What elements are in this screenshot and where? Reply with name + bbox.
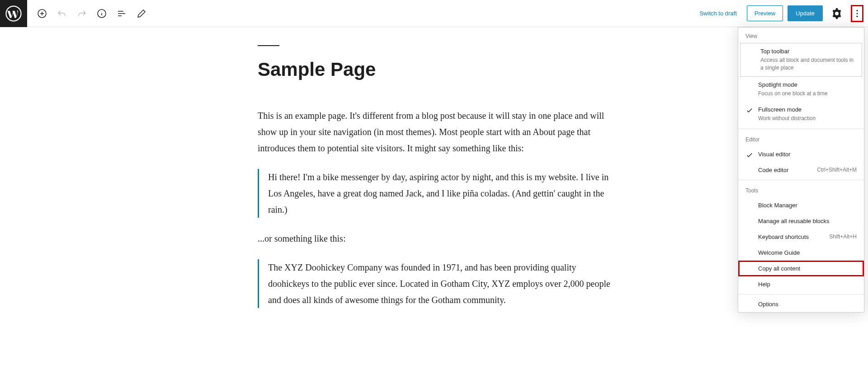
- toolbar-left-group: [27, 4, 151, 23]
- menu-item-shortcut: Ctrl+Shift+Alt+M: [817, 167, 857, 173]
- menu-item-options[interactable]: Options: [738, 296, 864, 312]
- menu-group-view: View: [738, 28, 864, 43]
- options-dropdown-menu: View Top toolbar Access all block and do…: [738, 27, 864, 313]
- menu-item-copy-all-content[interactable]: Copy all content: [738, 261, 864, 276]
- toolbar-right-group: Switch to draft Preview Update: [694, 4, 868, 23]
- vertical-dots-icon: [852, 8, 862, 19]
- info-button[interactable]: [92, 4, 111, 23]
- menu-item-desc: Focus on one block at a time: [758, 90, 857, 98]
- menu-item-fullscreen[interactable]: Fullscreen mode Work without distraction: [738, 102, 864, 127]
- check-icon: [745, 151, 754, 159]
- preview-button[interactable]: Preview: [747, 5, 783, 21]
- add-block-button[interactable]: [33, 4, 52, 23]
- menu-item-reusable-blocks[interactable]: Manage all reusable blocks: [738, 213, 864, 229]
- menu-item-shortcut: Shift+Alt+H: [829, 233, 857, 240]
- gear-icon: [831, 8, 842, 19]
- quote-block[interactable]: Hi there! I'm a bike messenger by day, a…: [258, 169, 610, 218]
- redo-button[interactable]: [72, 4, 91, 23]
- title-separator: [258, 45, 279, 46]
- svg-point-4: [856, 13, 858, 14]
- undo-button[interactable]: [52, 4, 71, 23]
- menu-item-label: Options: [758, 301, 857, 308]
- check-icon: [745, 107, 754, 115]
- svg-point-5: [856, 15, 858, 17]
- menu-item-visual-editor[interactable]: Visual editor: [738, 146, 864, 162]
- menu-item-top-toolbar[interactable]: Top toolbar Access all block and documen…: [741, 43, 862, 76]
- menu-group-editor: Editor: [738, 131, 864, 146]
- more-options-button[interactable]: [852, 6, 862, 21]
- paragraph-block[interactable]: This is an example page. It's different …: [258, 107, 610, 156]
- outline-button[interactable]: [112, 4, 131, 23]
- menu-item-welcome-guide[interactable]: Welcome Guide: [738, 245, 864, 261]
- menu-divider: [738, 129, 864, 129]
- editor-content[interactable]: Sample Page This is an example page. It'…: [244, 27, 624, 339]
- menu-item-help[interactable]: Help: [738, 276, 864, 292]
- menu-item-desc: Work without distraction: [758, 115, 857, 122]
- edit-button[interactable]: [132, 4, 151, 23]
- menu-item-spotlight[interactable]: Spotlight mode Focus on one block at a t…: [738, 77, 864, 102]
- paragraph-block[interactable]: ...or something like this:: [258, 230, 610, 247]
- menu-item-label: Keyboard shortcuts: [758, 233, 824, 240]
- menu-divider: [738, 294, 864, 294]
- settings-button[interactable]: [827, 4, 846, 23]
- menu-group-tools: Tools: [738, 182, 864, 197]
- menu-item-code-editor[interactable]: Code editor Ctrl+Shift+Alt+M: [738, 162, 864, 178]
- menu-item-label: Top toolbar: [760, 48, 854, 55]
- menu-item-label: Welcome Guide: [758, 249, 857, 256]
- menu-item-label: Visual editor: [758, 151, 857, 158]
- page-title[interactable]: Sample Page: [258, 59, 610, 80]
- menu-item-label: Block Manager: [758, 202, 857, 209]
- menu-item-label: Spotlight mode: [758, 81, 857, 88]
- switch-to-draft-button[interactable]: Switch to draft: [694, 6, 742, 20]
- svg-point-3: [856, 10, 858, 11]
- menu-item-label: Fullscreen mode: [758, 106, 857, 113]
- menu-divider: [738, 180, 864, 180]
- menu-item-label: Manage all reusable blocks: [758, 218, 857, 224]
- menu-item-keyboard-shortcuts[interactable]: Keyboard shortcuts Shift+Alt+H: [738, 229, 864, 245]
- top-toolbar: Switch to draft Preview Update: [0, 0, 868, 27]
- menu-item-label: Code editor: [758, 167, 811, 173]
- menu-item-label: Help: [758, 281, 857, 288]
- update-button[interactable]: Update: [788, 5, 823, 21]
- more-options-highlight: [851, 5, 863, 22]
- wordpress-logo[interactable]: [0, 0, 27, 27]
- menu-item-label: Copy all content: [758, 265, 857, 272]
- quote-block[interactable]: The XYZ Doohickey Company was founded in…: [258, 259, 610, 308]
- menu-item-desc: Access all block and document tools in a…: [760, 56, 854, 72]
- menu-item-block-manager[interactable]: Block Manager: [738, 197, 864, 213]
